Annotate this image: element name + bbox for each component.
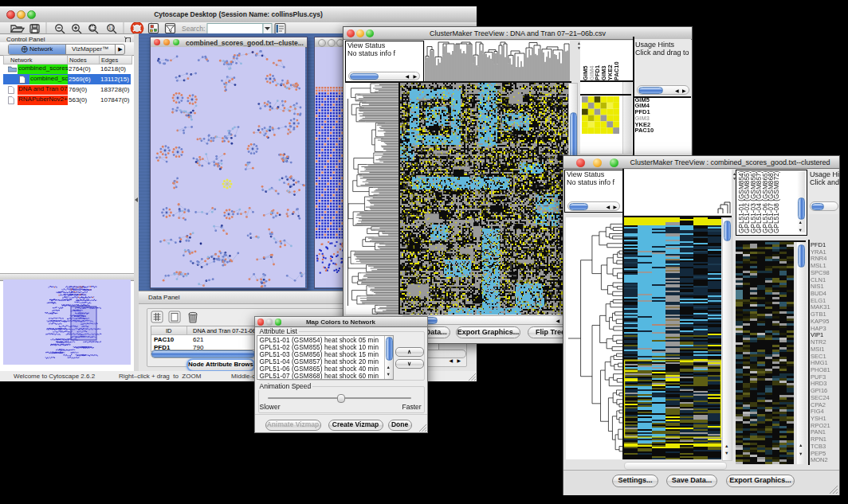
svg-text:Search:: Search: (182, 25, 205, 33)
svg-text:1:1: 1:1 (109, 26, 115, 30)
